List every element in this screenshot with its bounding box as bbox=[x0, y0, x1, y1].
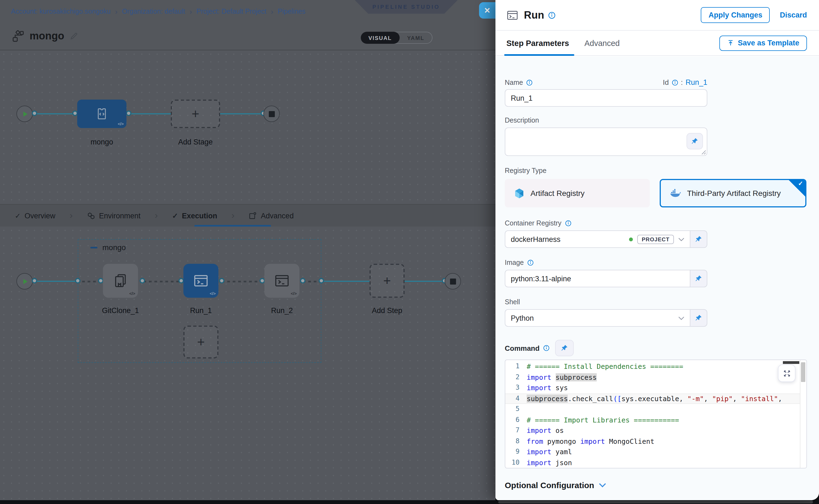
pipeline-studio-screen: Account: kurosakiichigo.songoku › Organi… bbox=[0, 0, 819, 504]
resize-handle-icon[interactable] bbox=[701, 150, 706, 155]
command-code-editor[interactable]: 1# ====== Install Dependencies ========2… bbox=[505, 360, 807, 468]
optional-configuration-toggle[interactable]: Optional Configuration bbox=[505, 480, 807, 490]
scope-badge: PROJECT bbox=[638, 234, 674, 244]
discard-button[interactable]: Discard bbox=[780, 11, 807, 19]
registry-option-artifact[interactable]: Artifact Registry bbox=[505, 179, 650, 207]
tab-environment[interactable]: Environment bbox=[87, 212, 141, 220]
upload-icon bbox=[727, 39, 734, 47]
scrollbar-thumb[interactable] bbox=[801, 362, 805, 382]
pipeline-graph-icon bbox=[12, 30, 24, 42]
environment-icon bbox=[87, 212, 95, 220]
name-label: Name bbox=[505, 79, 533, 86]
image-label: Image bbox=[505, 259, 807, 267]
code-line[interactable]: 4subprocess.check_call([sys.executable, … bbox=[505, 393, 800, 404]
code-line[interactable]: 1# ====== Install Dependencies ======== bbox=[505, 361, 800, 372]
info-icon[interactable] bbox=[543, 345, 549, 351]
selected-corner-badge: ✓ bbox=[789, 180, 805, 196]
step-id: Id : Run_1 bbox=[663, 78, 707, 86]
pin-input-button[interactable] bbox=[690, 230, 707, 248]
breadcrumb-separator: › bbox=[189, 8, 192, 15]
step-label-run2: Run_2 bbox=[271, 306, 293, 315]
pin-command-button[interactable] bbox=[555, 340, 574, 356]
editor-horizontal-scrollbar-thumb[interactable] bbox=[783, 361, 799, 364]
check-icon: ✓ bbox=[15, 212, 21, 220]
info-icon[interactable] bbox=[548, 11, 556, 19]
registry-option-third-party[interactable]: Third-Party Artifact Registry ✓ bbox=[660, 179, 806, 207]
breadcrumb: Account: kurosakiichigo.songoku › Organi… bbox=[11, 8, 305, 15]
code-line[interactable]: 3import sys bbox=[505, 383, 800, 393]
execution-graph-canvas[interactable]: mongo bbox=[0, 227, 496, 500]
breadcrumb-project[interactable]: Project: Default Project bbox=[196, 8, 267, 15]
code-line[interactable]: 9import yaml bbox=[505, 447, 800, 457]
code-line[interactable]: 2import subprocess bbox=[505, 372, 800, 383]
registry-type-label: Registry Type bbox=[505, 167, 807, 175]
breadcrumb-organization[interactable]: Organization: default bbox=[122, 8, 185, 15]
stop-icon bbox=[450, 278, 456, 284]
add-stage-node[interactable]: + bbox=[171, 100, 220, 128]
pin-input-button[interactable] bbox=[690, 309, 707, 327]
edit-pencil-icon[interactable] bbox=[70, 32, 79, 40]
ci-stage-icon bbox=[95, 107, 109, 121]
yaml-badge-icon: </> bbox=[291, 291, 297, 296]
view-toggle: VISUAL YAML bbox=[361, 32, 433, 44]
step-node-gitclone[interactable]: </> bbox=[103, 264, 138, 298]
apply-changes-button[interactable]: Apply Changes bbox=[701, 7, 770, 23]
collapse-group-icon[interactable] bbox=[90, 247, 97, 248]
add-stage-label: Add Stage bbox=[178, 138, 213, 146]
group-label: mongo bbox=[102, 243, 126, 252]
tab-execution[interactable]: ✓ Execution bbox=[172, 212, 217, 220]
step-id-value: Run_1 bbox=[685, 78, 707, 86]
breadcrumb-account[interactable]: Account: kurosakiichigo.songoku bbox=[11, 8, 111, 15]
tab-advanced-panel[interactable]: Advanced bbox=[585, 39, 620, 47]
name-input[interactable]: Run_1 bbox=[505, 89, 707, 107]
stage-node-mongo[interactable]: </> bbox=[77, 100, 126, 128]
breadcrumb-pipelines[interactable]: Pipelines bbox=[278, 8, 305, 15]
yaml-badge-icon: </> bbox=[210, 291, 216, 296]
tab-advanced[interactable]: Advanced bbox=[249, 212, 294, 220]
pipeline-studio-background: Account: kurosakiichigo.songoku › Organi… bbox=[0, 0, 496, 500]
pin-input-button[interactable] bbox=[690, 270, 707, 287]
add-step-node[interactable]: + bbox=[369, 264, 404, 298]
description-input[interactable] bbox=[505, 128, 707, 156]
save-as-template-button[interactable]: Save as Template bbox=[719, 35, 807, 51]
container-registry-label: Container Registry bbox=[505, 219, 807, 227]
step-label-run1: Run_1 bbox=[190, 306, 212, 315]
info-icon[interactable] bbox=[672, 79, 678, 86]
close-drawer-button[interactable]: ✕ bbox=[479, 2, 496, 19]
container-registry-input[interactable]: dockerHarness PROJECT bbox=[505, 230, 690, 248]
toggle-visual[interactable]: VISUAL bbox=[361, 32, 399, 44]
code-line[interactable]: 10import json bbox=[505, 457, 800, 468]
step-node-run2[interactable]: </> bbox=[264, 264, 299, 298]
info-icon[interactable] bbox=[565, 220, 571, 227]
info-icon[interactable] bbox=[527, 79, 533, 86]
drawer-title: Run bbox=[524, 9, 544, 21]
code-lines: 1# ====== Install Dependencies ========2… bbox=[505, 361, 800, 468]
pin-input-button[interactable] bbox=[687, 133, 703, 149]
line-number: 9 bbox=[505, 447, 520, 457]
chevron-down-icon bbox=[678, 316, 684, 320]
tab-overview[interactable]: ✓ Overview bbox=[15, 212, 55, 220]
info-icon[interactable] bbox=[527, 259, 534, 266]
line-number: 4 bbox=[505, 393, 520, 404]
image-input[interactable]: python:3.11-alpine bbox=[505, 270, 690, 287]
active-tab-underline bbox=[194, 225, 271, 227]
step-node-run1[interactable]: </> bbox=[183, 264, 218, 298]
pipeline-start-node bbox=[16, 106, 33, 122]
tab-step-parameters[interactable]: Step Parameters bbox=[507, 39, 569, 47]
check-icon: ✓ bbox=[798, 180, 803, 187]
code-line[interactable]: 7import os bbox=[505, 425, 800, 436]
expand-editor-button[interactable] bbox=[778, 364, 795, 382]
code-line[interactable]: 6# ====== Import Libraries =========== bbox=[505, 415, 800, 425]
step-config-drawer: Run Apply Changes Discard Step Parameter… bbox=[496, 0, 819, 500]
git-clone-icon bbox=[112, 273, 129, 289]
shell-select[interactable]: Python bbox=[505, 309, 690, 327]
code-line[interactable]: 8from pymongo import MongoClient bbox=[505, 436, 800, 447]
add-step-below-node[interactable]: + bbox=[183, 326, 218, 358]
stage-graph-canvas[interactable]: </> mongo + Add Stage bbox=[0, 50, 496, 204]
background-scrollbar bbox=[498, 501, 813, 503]
code-line[interactable]: 5 bbox=[505, 404, 800, 415]
line-number: 3 bbox=[505, 383, 520, 393]
editor-vertical-scrollbar[interactable] bbox=[800, 360, 806, 468]
toggle-yaml[interactable]: YAML bbox=[399, 32, 432, 44]
stop-icon bbox=[268, 111, 274, 117]
